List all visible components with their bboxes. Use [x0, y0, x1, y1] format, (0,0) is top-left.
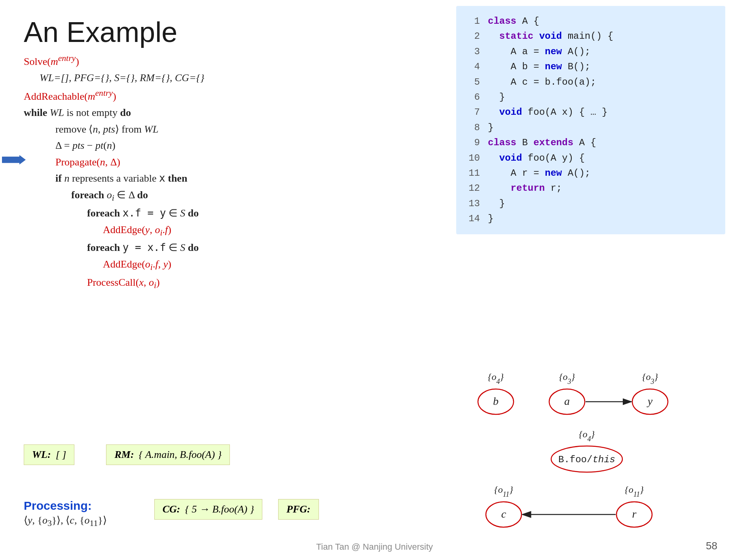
- code-line-2: 2 static void main() {: [468, 29, 713, 44]
- algo-wl-init: WL=[], PFG={}, S={}, RM={}, CG={}: [24, 70, 332, 86]
- node-b-label: b: [493, 395, 499, 407]
- code-panel: 1 class A { 2 static void main() { 3 A a…: [456, 6, 725, 234]
- code-line-7: 7 void foo(A x) { … }: [468, 105, 713, 120]
- propagate-text: Propagate(n, Δ): [55, 154, 120, 171]
- algorithm-content: Solve(mentry) WL=[], PFG={}, S={}, RM={}…: [24, 51, 332, 292]
- c-pts-label: {o11}: [494, 484, 513, 498]
- rm-value: { A.main, B.foo(A) }: [139, 449, 222, 461]
- rm-box: RM: { A.main, B.foo(A) }: [106, 444, 230, 465]
- processing-title: Processing:: [24, 499, 107, 513]
- code-line-13: 13 }: [468, 196, 713, 211]
- bfoo-pts-label: {o4}: [579, 429, 595, 443]
- line-num-1: 1: [468, 14, 480, 29]
- pfg-box: PFG:: [278, 499, 319, 520]
- algo-foreach-oi: foreach oi ∈ Δ do: [24, 187, 332, 205]
- diagram-svg: {o4} {o3} {o3} b a y {o4} B.foo/this: [456, 358, 725, 536]
- algo-addreachable: AddReachable(mentry): [24, 86, 332, 104]
- slide-container: An Example Solve(mentry) WL=[], PFG={}, …: [0, 0, 749, 560]
- code-line-12: 12 return r;: [468, 181, 713, 196]
- wl-label: WL:: [32, 449, 51, 461]
- algo-processcall: ProcessCall(x, oi): [24, 274, 332, 292]
- algo-remove: remove ⟨n, pts⟩ from WL: [24, 121, 332, 138]
- node-bfoo-label: B.foo/this: [558, 454, 615, 465]
- pfg-label: PFG:: [286, 503, 311, 515]
- node-r-label: r: [632, 508, 637, 520]
- node-y-label: y: [647, 395, 653, 407]
- algorithm-block: Solve(mentry) WL=[], PFG={}, S={}, RM={}…: [24, 51, 332, 292]
- code-line-8: 8 }: [468, 120, 713, 135]
- cg-label: CG:: [163, 503, 180, 515]
- processing-content: ⟨y, {o3}⟩, ⟨c, {o11}⟩: [24, 514, 107, 528]
- algo-addedge-oi: AddEdge(oi.f, y): [24, 256, 332, 274]
- node-a-label: a: [564, 395, 570, 407]
- b-pts-label: {o4}: [488, 372, 504, 385]
- algo-addedge-y: AddEdge(y, oi.f): [24, 222, 332, 240]
- algo-propagate: Propagate(n, Δ): [24, 154, 332, 171]
- code-line-6: 6 }: [468, 90, 713, 105]
- algo-if: if n represents a variable x then: [24, 170, 332, 187]
- rm-label: RM:: [114, 449, 134, 461]
- y-pts-label: {o3}: [642, 372, 658, 385]
- code-line-14: 14 }: [468, 211, 713, 226]
- processing-block: Processing: ⟨y, {o3}⟩, ⟨c, {o11}⟩: [24, 499, 107, 528]
- algo-delta: Δ = pts − pt(n): [24, 137, 332, 154]
- code-line-3: 3 A a = new A();: [468, 44, 713, 59]
- svg-marker-0: [2, 155, 26, 164]
- code-line-11: 11 A r = new A();: [468, 166, 713, 181]
- page-number: 58: [706, 540, 717, 552]
- algo-foreach-xf: foreach x.f = y ∈ S do: [24, 205, 332, 222]
- algo-solve: Solve(mentry): [24, 51, 332, 70]
- r-pts-label: {o11}: [625, 484, 644, 498]
- code-line-5: 5 A c = b.foo(a);: [468, 75, 713, 90]
- code-line-9: 9 class B extends A {: [468, 135, 713, 150]
- wl-box: WL: [ ]: [24, 444, 74, 465]
- code-line-4: 4 A b = new B();: [468, 59, 713, 74]
- wl-value: [ ]: [56, 449, 66, 461]
- footer-author: Tian Tan @ Nanjing University: [316, 542, 433, 552]
- blue-arrow-icon: [2, 154, 26, 171]
- algo-foreach-y: foreach y = x.f ∈ S do: [24, 239, 332, 256]
- code-line-10: 10 void foo(A y) {: [468, 151, 713, 166]
- code-line-1: 1 class A {: [468, 14, 713, 29]
- a-pts-label: {o3}: [559, 372, 575, 385]
- cg-value: { 5 → B.foo(A) }: [185, 503, 254, 515]
- node-c-label: c: [501, 508, 506, 520]
- cg-box: CG: { 5 → B.foo(A) }: [154, 499, 262, 520]
- algo-while: while WL is not empty do: [24, 104, 332, 121]
